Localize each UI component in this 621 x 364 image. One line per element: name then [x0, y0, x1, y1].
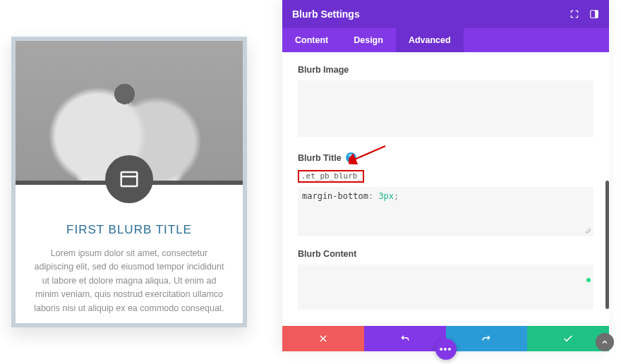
tab-advanced[interactable]: Advanced: [396, 28, 464, 52]
tab-design[interactable]: Design: [341, 28, 396, 52]
close-icon: [318, 334, 328, 344]
label-blurb-image: Blurb Image: [298, 65, 593, 75]
tab-content[interactable]: Content: [282, 28, 341, 52]
more-button[interactable]: •••: [435, 339, 457, 360]
dock-right-icon[interactable]: [589, 9, 599, 19]
scroll-top-button[interactable]: [596, 333, 614, 351]
input-blurb-title-selector[interactable]: [298, 170, 364, 183]
undo-button[interactable]: [364, 326, 446, 351]
blurb-circle-icon: [105, 155, 153, 203]
input-blurb-image-css[interactable]: [298, 80, 593, 137]
ellipsis-icon: •••: [440, 344, 452, 355]
label-blurb-title: Blurb Title ?: [298, 152, 593, 163]
settings-panel: Blurb Settings Content Design Advanced B…: [282, 0, 609, 351]
fullscreen-icon[interactable]: [569, 9, 579, 19]
undo-icon: [399, 333, 411, 344]
blurb-text: Lorem ipsum dolor sit amet, consectetur …: [32, 247, 226, 315]
unsaved-indicator-icon: [586, 278, 591, 282]
svg-rect-3: [595, 11, 598, 18]
svg-rect-0: [121, 172, 138, 186]
window-icon: [119, 169, 140, 190]
check-icon: [562, 333, 574, 344]
blurb-hero-image: [16, 41, 243, 185]
panel-title: Blurb Settings: [292, 8, 360, 20]
tab-bar: Content Design Advanced: [282, 28, 609, 52]
input-blurb-content-css[interactable]: [298, 265, 593, 310]
redo-icon: [481, 333, 492, 344]
label-blurb-title-text: Blurb Title: [298, 153, 342, 163]
input-blurb-title-css[interactable]: margin-bottom: 3px;: [298, 187, 593, 236]
redo-button[interactable]: [446, 326, 528, 351]
panel-body: Blurb Image Blurb Title ? margin-bottom:…: [282, 52, 609, 326]
cancel-button[interactable]: [282, 326, 364, 351]
panel-scrollbar[interactable]: [605, 181, 609, 309]
chevron-up-icon: [601, 338, 609, 346]
label-blurb-content: Blurb Content: [298, 249, 593, 259]
action-bar: •••: [282, 326, 609, 351]
blurb-title: FIRST BLURB TITLE: [32, 223, 226, 237]
blurb-preview-card: FIRST BLURB TITLE Lorem ipsum dolor sit …: [11, 37, 247, 327]
blurb-body: FIRST BLURB TITLE Lorem ipsum dolor sit …: [16, 185, 243, 315]
panel-header: Blurb Settings: [282, 0, 609, 28]
help-icon[interactable]: ?: [346, 152, 356, 163]
